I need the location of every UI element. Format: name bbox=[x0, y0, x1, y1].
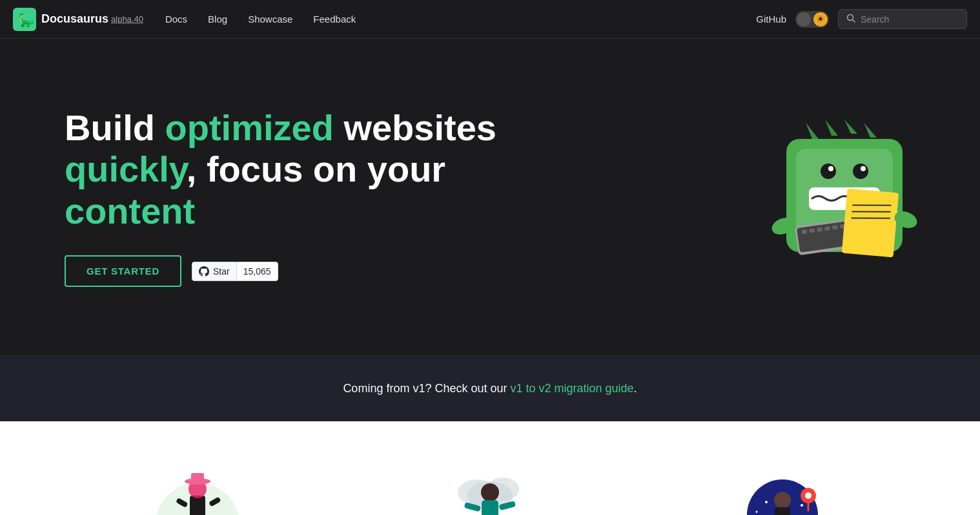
github-octocat-icon bbox=[199, 266, 209, 277]
migration-text-after: . bbox=[634, 382, 637, 395]
svg-point-8 bbox=[828, 166, 833, 171]
brand-version[interactable]: alpha.40 bbox=[111, 14, 143, 24]
nav-links: Docs Blog Showcase Feedback bbox=[156, 8, 756, 30]
moon-icon bbox=[797, 12, 811, 26]
hero-title-optimized: optimized bbox=[165, 107, 334, 148]
feature-item-3 bbox=[686, 460, 879, 515]
svg-point-6 bbox=[821, 163, 836, 179]
svg-rect-20 bbox=[824, 226, 830, 231]
navbar-right: GitHub ☀ Search bbox=[756, 9, 967, 29]
hero-title-build: Build bbox=[65, 107, 165, 148]
hero-title-focus: , focus on your bbox=[187, 149, 445, 189]
star-count[interactable]: 15,065 bbox=[236, 262, 278, 280]
feature-illustration-1 bbox=[133, 460, 262, 515]
hero-title: Build optimized websites quickly, focus … bbox=[65, 107, 516, 232]
features-section bbox=[0, 421, 980, 515]
hero-mascot bbox=[761, 120, 928, 275]
svg-point-50 bbox=[765, 501, 768, 503]
brand-logo-icon: 🦕 bbox=[13, 8, 36, 31]
hero-title-quickly: quickly bbox=[65, 149, 187, 189]
svg-marker-14 bbox=[864, 123, 877, 138]
svg-rect-35 bbox=[191, 473, 204, 482]
svg-line-3 bbox=[853, 20, 855, 23]
hero-title-websites: websites bbox=[334, 107, 496, 148]
github-star-widget: Star 15,065 bbox=[192, 262, 278, 281]
svg-text:🦕: 🦕 bbox=[18, 12, 34, 28]
migration-text-before: Coming from v1? Check out our bbox=[343, 382, 510, 395]
svg-point-54 bbox=[755, 511, 757, 513]
migration-text: Coming from v1? Check out our v1 to v2 m… bbox=[13, 382, 967, 395]
brand-name: Docusaurus bbox=[41, 12, 108, 26]
mascot-svg bbox=[761, 120, 928, 275]
svg-rect-32 bbox=[190, 496, 205, 515]
svg-point-7 bbox=[853, 163, 868, 179]
svg-point-51 bbox=[801, 504, 803, 507]
navbar: 🦕 Docusaurus alpha.40 Docs Blog Showcase… bbox=[0, 0, 980, 39]
hero-content: Build optimized websites quickly, focus … bbox=[65, 107, 516, 287]
feature-svg-3 bbox=[718, 460, 847, 515]
hero-section: Build optimized websites quickly, focus … bbox=[0, 39, 980, 355]
github-link[interactable]: GitHub bbox=[756, 14, 786, 25]
feature-illustration-2 bbox=[425, 460, 555, 515]
search-bar[interactable]: Search bbox=[838, 9, 967, 29]
svg-rect-17 bbox=[802, 229, 808, 234]
sun-icon: ☀ bbox=[813, 12, 828, 26]
svg-rect-56 bbox=[775, 507, 790, 515]
logo-svg: 🦕 bbox=[15, 10, 34, 28]
get-started-button[interactable]: GET STARTED bbox=[65, 255, 181, 287]
svg-rect-19 bbox=[817, 227, 822, 232]
feature-svg-2 bbox=[425, 460, 555, 515]
feature-item-1 bbox=[101, 460, 294, 515]
star-label: Star bbox=[213, 266, 230, 277]
svg-marker-13 bbox=[844, 120, 857, 134]
hero-actions: GET STARTED Star 15,065 bbox=[65, 255, 516, 287]
feature-svg-1 bbox=[133, 460, 262, 515]
svg-rect-44 bbox=[482, 500, 498, 515]
migration-link[interactable]: v1 to v2 migration guide bbox=[511, 382, 634, 395]
star-button[interactable]: Star bbox=[192, 262, 236, 280]
nav-feedback[interactable]: Feedback bbox=[304, 8, 365, 30]
svg-rect-18 bbox=[809, 228, 815, 233]
svg-marker-12 bbox=[825, 120, 838, 136]
search-placeholder: Search bbox=[861, 14, 889, 25]
svg-point-43 bbox=[481, 483, 499, 501]
svg-marker-11 bbox=[806, 123, 819, 139]
svg-point-9 bbox=[861, 166, 866, 171]
brand-logo-link[interactable]: 🦕 Docusaurus bbox=[13, 8, 108, 31]
migration-banner: Coming from v1? Check out our v1 to v2 m… bbox=[0, 355, 980, 421]
svg-point-55 bbox=[774, 492, 791, 509]
search-icon bbox=[846, 14, 855, 25]
hero-title-content: content bbox=[65, 191, 195, 231]
svg-rect-21 bbox=[832, 225, 838, 229]
svg-rect-25 bbox=[842, 189, 899, 258]
nav-blog[interactable]: Blog bbox=[199, 8, 236, 30]
nav-showcase[interactable]: Showcase bbox=[239, 8, 301, 30]
feature-illustration-3 bbox=[718, 460, 847, 515]
nav-docs[interactable]: Docs bbox=[156, 8, 196, 30]
svg-point-58 bbox=[805, 492, 812, 499]
feature-item-2 bbox=[393, 460, 587, 515]
theme-toggle[interactable]: ☀ bbox=[795, 11, 829, 28]
